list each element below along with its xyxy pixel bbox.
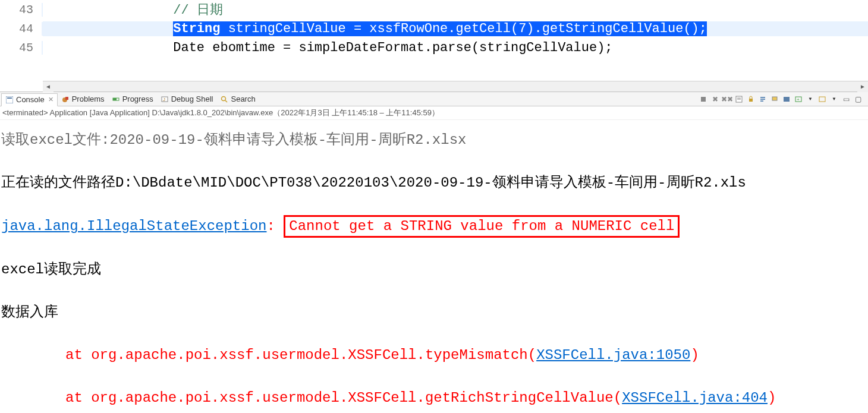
remove-all-icon[interactable]: ✖✖ <box>722 94 732 105</box>
svg-text:+: + <box>797 97 800 102</box>
dropdown-icon[interactable]: ▼ <box>829 94 839 105</box>
highlight-box: Cannot get a STRING value from a NUMERIC… <box>284 215 680 238</box>
progress-icon <box>112 95 120 103</box>
svg-rect-5 <box>113 98 117 100</box>
console-exception-line: java.lang.IllegalStateException: Cannot … <box>1 215 867 238</box>
svg-rect-0 <box>6 96 13 103</box>
open-console-icon[interactable]: + <box>793 94 804 105</box>
scroll-lock-icon[interactable] <box>746 94 756 105</box>
console-icon <box>5 96 14 104</box>
tab-console[interactable]: Console ✕ <box>1 93 58 106</box>
panel-tabbar: Console ✕ Problems Progress J Debug Shel… <box>0 92 868 106</box>
code-line-current[interactable]: 44 String stringCellValue = xssfRowOne.g… <box>0 19 868 38</box>
console-line: 正在读的文件路径D:\DBdate\MID\DOC\PT038\20220103… <box>1 172 867 194</box>
tab-label: Console <box>16 95 45 104</box>
close-icon[interactable]: ✕ <box>48 96 54 103</box>
tab-label: Problems <box>72 94 105 103</box>
dropdown-icon[interactable]: ▼ <box>805 94 816 105</box>
tab-progress[interactable]: Progress <box>108 93 157 106</box>
remove-launch-icon[interactable]: ✖ <box>710 94 721 105</box>
terminate-icon[interactable] <box>698 94 709 105</box>
launch-status: <terminated> Application [Java Applicati… <box>0 106 868 120</box>
minimize-icon[interactable]: ▭ <box>841 94 851 105</box>
console-line: 读取excel文件:2020-09-19-领料申请导入模板-车间用-周昕R2.x… <box>1 130 867 151</box>
svg-rect-19 <box>819 97 825 102</box>
code-comment: // 日期 <box>173 3 223 18</box>
tab-label: Debug Shell <box>171 94 213 103</box>
tab-debug-shell[interactable]: J Debug Shell <box>157 93 217 106</box>
tab-label: Progress <box>122 94 153 103</box>
console-line: 数据入库 <box>1 302 867 323</box>
problems-icon <box>61 95 70 103</box>
clear-console-icon[interactable] <box>734 94 744 105</box>
exception-class-link[interactable]: java.lang.IllegalStateException <box>1 218 266 234</box>
tab-problems[interactable]: Problems <box>58 93 108 106</box>
svg-rect-3 <box>65 97 68 100</box>
code-selection[interactable]: String stringCellValue = xssfRowOne.getC… <box>173 21 707 36</box>
svg-rect-10 <box>701 97 706 102</box>
svg-rect-14 <box>749 99 753 102</box>
line-number: 43 <box>0 3 43 17</box>
line-number: 45 <box>0 41 43 55</box>
tab-label: Search <box>231 94 255 103</box>
maximize-icon[interactable]: ▢ <box>853 94 863 105</box>
line-number: 44 <box>0 22 43 36</box>
scroll-left-icon[interactable]: ◄ <box>43 81 54 92</box>
svg-rect-15 <box>772 97 777 100</box>
console-line: excel读取完成 <box>1 259 867 280</box>
code-line[interactable]: 45 Date ebomtime = simpleDateFormat.pars… <box>0 38 868 57</box>
tab-search[interactable]: Search <box>216 93 259 106</box>
svg-point-8 <box>222 96 226 100</box>
svg-rect-1 <box>7 97 12 99</box>
console-toolbar: ✖ ✖✖ + ▼ ▼ ▭ ▢ <box>698 94 867 105</box>
console-output[interactable]: 读取excel文件:2020-09-19-领料申请导入模板-车间用-周昕R2.x… <box>0 120 868 413</box>
stack-frame: at org.apache.poi.xssf.usermodel.XSSFCel… <box>1 345 867 366</box>
new-console-icon[interactable] <box>817 94 828 105</box>
scroll-right-icon[interactable]: ► <box>857 81 868 92</box>
stack-frame: at org.apache.poi.xssf.usermodel.XSSFCel… <box>1 387 867 409</box>
svg-rect-16 <box>784 97 790 102</box>
debug-shell-icon: J <box>161 95 169 103</box>
source-link[interactable]: XSSFCell.java:1050 <box>536 347 690 363</box>
horizontal-scrollbar[interactable]: ◄ ► <box>43 81 868 92</box>
source-link[interactable]: XSSFCell.java:404 <box>622 390 768 406</box>
svg-line-9 <box>225 100 227 102</box>
code-editor[interactable]: 43 // 日期 44 String stringCellValue = xss… <box>0 0 868 92</box>
code-line[interactable]: 43 // 日期 <box>0 0 868 19</box>
display-selected-icon[interactable] <box>781 94 792 105</box>
search-icon <box>220 95 228 103</box>
word-wrap-icon[interactable] <box>757 94 768 105</box>
svg-text:J: J <box>163 97 165 102</box>
pin-console-icon[interactable] <box>769 94 780 105</box>
